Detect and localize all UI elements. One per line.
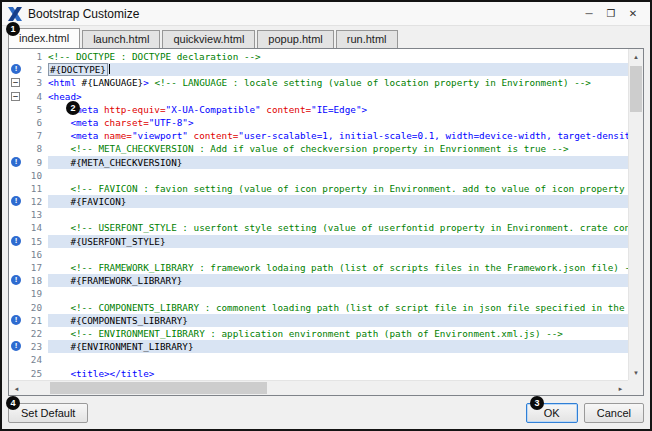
- gutter-margin: !: [9, 340, 24, 353]
- gutter-margin: !: [9, 274, 24, 287]
- gutter-margin: [9, 169, 24, 182]
- code-line-16[interactable]: 16: [9, 248, 628, 261]
- scroll-right-button[interactable]: ►: [613, 381, 628, 396]
- tab-launch.html[interactable]: launch.html: [82, 30, 160, 48]
- maximize-button[interactable]: ❒: [600, 5, 622, 23]
- gutter-margin: [9, 50, 24, 63]
- vertical-scroll-thumb[interactable]: [630, 66, 642, 112]
- placeholder-marker-icon: !: [11, 236, 21, 246]
- scroll-down-button[interactable]: ▼: [629, 365, 643, 380]
- placeholder-marker-icon: !: [11, 275, 21, 285]
- code-line-23[interactable]: !23 #{ENVIRONMENT_LIBRARY}: [9, 340, 628, 353]
- line-number: 14: [24, 221, 48, 234]
- code-line-1[interactable]: 1<!-- DOCTYPE : DOCTYPE declaration -->: [9, 50, 628, 63]
- placeholder-marker-icon: !: [11, 157, 21, 167]
- code-line-3[interactable]: −3<html #{LANGUAGE}> <!-- LANGUAGE : loc…: [9, 76, 628, 89]
- scroll-up-button[interactable]: ▲: [629, 49, 643, 64]
- gutter-margin: [9, 301, 24, 314]
- cancel-button[interactable]: Cancel: [584, 403, 644, 423]
- line-number: 17: [24, 261, 48, 274]
- line-number: 2: [24, 63, 48, 76]
- line-number: 22: [24, 327, 48, 340]
- line-number: 7: [24, 129, 48, 142]
- code-text: <!-- ENVIRONMENT_LIBRARY : application e…: [48, 327, 628, 340]
- vertical-scrollbar[interactable]: ▲ ▼: [628, 49, 643, 380]
- bottom-bar: Set Default OK Cancel: [2, 396, 650, 429]
- gutter-margin: !: [9, 195, 24, 208]
- line-number: 8: [24, 142, 48, 155]
- scrollbar-corner: [628, 380, 643, 395]
- bootstrap-customize-dialog: Bootstrap Customize ─ ❒ ✕ index.htmllaun…: [0, 0, 652, 431]
- gutter-margin: [9, 221, 24, 234]
- code-text: #{DOCTYPE}: [48, 63, 628, 76]
- line-number: 24: [24, 353, 48, 366]
- code-line-25[interactable]: 25 <title></title>: [9, 367, 628, 380]
- code-text: [48, 169, 628, 182]
- code-line-14[interactable]: 14 <!-- USERFONT_STYLE : userfont style …: [9, 221, 628, 234]
- close-button[interactable]: ✕: [622, 5, 644, 23]
- fold-collapse-icon[interactable]: −: [11, 92, 20, 101]
- code-line-17[interactable]: 17 <!-- FRAMEWORK_LIBRARY : framework lo…: [9, 261, 628, 274]
- placeholder-marker-icon: !: [11, 196, 21, 206]
- code-line-13[interactable]: 13: [9, 208, 628, 221]
- code-line-20[interactable]: 20 <!-- COMPONENTS_LIBRARY : commonent l…: [9, 301, 628, 314]
- code-line-22[interactable]: 22 <!-- ENVIRONMENT_LIBRARY : applicatio…: [9, 327, 628, 340]
- code-line-6[interactable]: 6 <meta charset="UTF-8">: [9, 116, 628, 129]
- scroll-left-button[interactable]: ◄: [9, 381, 24, 396]
- minimize-button[interactable]: ─: [578, 5, 600, 23]
- code-line-15[interactable]: !15 #{USERFONT_STYLE}: [9, 235, 628, 248]
- gutter-margin: !: [9, 156, 24, 169]
- code-text: <meta http-equiv="X-UA-Compatible" conte…: [48, 103, 628, 116]
- code-line-7[interactable]: 7 <meta name="viewport" content="user-sc…: [9, 129, 628, 142]
- code-line-9[interactable]: !9 #{META_CHECKVERSION}: [9, 156, 628, 169]
- line-number: 3: [24, 76, 48, 89]
- code-text: <!-- FAVICON : favion setting (value of …: [48, 182, 628, 195]
- line-number: 23: [24, 340, 48, 353]
- code-line-4[interactable]: −4<head>: [9, 90, 628, 103]
- code-text: [48, 248, 628, 261]
- code-text: #{USERFONT_STYLE}: [48, 235, 628, 248]
- code-line-21[interactable]: !21 #{COMPONENTS_LIBRARY}: [9, 314, 628, 327]
- gutter-margin: [9, 248, 24, 261]
- gutter-margin: [9, 129, 24, 142]
- code-editor[interactable]: 1<!-- DOCTYPE : DOCTYPE declaration -->!…: [8, 48, 644, 396]
- code-line-10[interactable]: 10: [9, 169, 628, 182]
- code-text: <!-- DOCTYPE : DOCTYPE declaration -->: [48, 50, 628, 63]
- code-line-24[interactable]: 24: [9, 353, 628, 366]
- code-line-11[interactable]: 11 <!-- FAVICON : favion setting (value …: [9, 182, 628, 195]
- code-line-12[interactable]: !12 #{FAVICON}: [9, 195, 628, 208]
- code-text: #{FAVICON}: [48, 195, 628, 208]
- vertical-scroll-track[interactable]: [629, 64, 643, 365]
- line-number: 16: [24, 248, 48, 261]
- gutter-margin: [9, 261, 24, 274]
- code-text: [48, 353, 628, 366]
- gutter-margin: [9, 142, 24, 155]
- gutter-margin: [9, 116, 24, 129]
- horizontal-scroll-thumb[interactable]: [50, 382, 267, 394]
- title-bar[interactable]: Bootstrap Customize ─ ❒ ✕: [2, 2, 650, 26]
- line-number: 11: [24, 182, 48, 195]
- gutter-margin: [9, 353, 24, 366]
- tab-popup.html[interactable]: popup.html: [257, 30, 333, 48]
- code-line-5[interactable]: 5 <meta http-equiv="X-UA-Compatible" con…: [9, 103, 628, 116]
- set-default-button[interactable]: Set Default: [8, 403, 88, 423]
- line-number: 15: [24, 235, 48, 248]
- horizontal-scroll-track[interactable]: [24, 381, 613, 395]
- code-line-8[interactable]: 8 <!-- META_CHECKVERSION : Add if value …: [9, 142, 628, 155]
- placeholder-marker-icon: !: [11, 64, 21, 74]
- code-text: <head>: [48, 90, 628, 103]
- tab-run.html[interactable]: run.html: [336, 30, 398, 48]
- line-number: 12: [24, 195, 48, 208]
- line-number: 1: [24, 50, 48, 63]
- placeholder-marker-icon: !: [11, 341, 21, 351]
- gutter-margin: [9, 208, 24, 221]
- line-number: 19: [24, 287, 48, 300]
- gutter-margin: !: [9, 235, 24, 248]
- horizontal-scrollbar[interactable]: ◄ ►: [9, 380, 628, 395]
- code-line-19[interactable]: 19: [9, 287, 628, 300]
- code-line-18[interactable]: !18 #{FRAMEWORK_LIBRARY}: [9, 274, 628, 287]
- fold-collapse-icon[interactable]: −: [11, 78, 20, 87]
- code-line-2[interactable]: !2#{DOCTYPE}: [9, 63, 628, 76]
- tab-quickview.html[interactable]: quickview.html: [162, 30, 255, 48]
- code-area[interactable]: 1<!-- DOCTYPE : DOCTYPE declaration -->!…: [9, 49, 628, 380]
